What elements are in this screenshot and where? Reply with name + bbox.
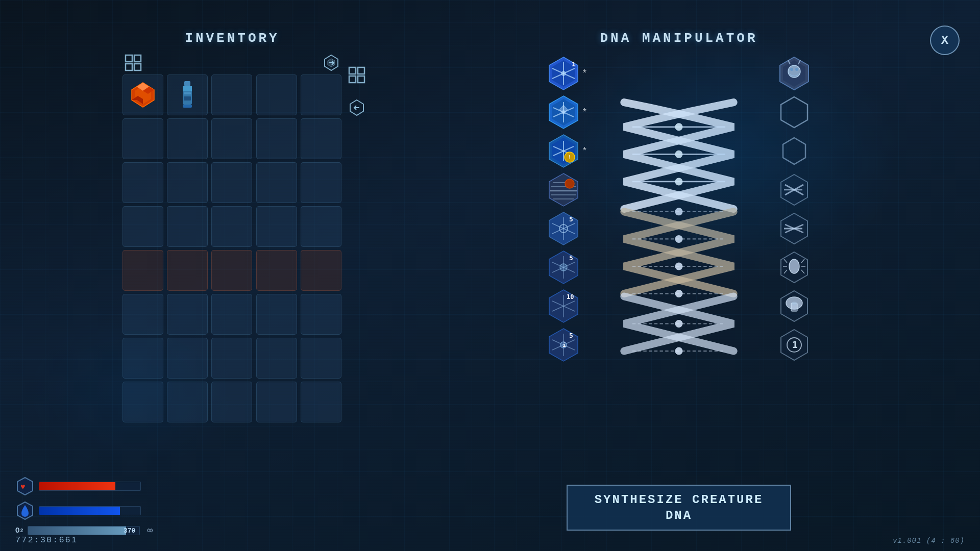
inv-right-toolbar: [348, 66, 365, 116]
inv-slot-27[interactable]: [211, 294, 252, 335]
svg-point-75: [675, 178, 683, 185]
svg-marker-96: [783, 138, 805, 164]
water-icon: [15, 501, 35, 520]
svg-rect-13: [183, 86, 192, 91]
inv-slot-6[interactable]: [167, 118, 208, 159]
inv-slot-4[interactable]: [301, 74, 341, 115]
dna-right-slot-2[interactable]: [755, 93, 812, 132]
inv-slot-24[interactable]: [301, 250, 341, 291]
svg-rect-3: [134, 64, 141, 70]
inv-slot-14[interactable]: [301, 162, 341, 203]
asterisk-1: *: [582, 68, 587, 79]
svg-rect-120: [349, 67, 356, 74]
svg-point-77: [675, 208, 683, 215]
inv-slot-37[interactable]: [211, 382, 252, 422]
svg-text:1: 1: [792, 339, 798, 350]
svg-rect-1: [134, 55, 141, 62]
svg-point-22: [561, 71, 566, 76]
o2-label: O2: [15, 527, 23, 535]
inv-slot-22[interactable]: [211, 250, 252, 291]
inv-slot-9[interactable]: [301, 118, 341, 159]
svg-text:♥: ♥: [20, 483, 26, 492]
dna-right-slot-6[interactable]: [755, 248, 812, 287]
dna-left-slot-7[interactable]: 10: [546, 287, 602, 325]
inv-slot-34[interactable]: [301, 338, 341, 379]
inv-slot-17[interactable]: [211, 206, 252, 247]
inv-slot-8[interactable]: [256, 118, 297, 159]
svg-point-71: [675, 123, 683, 131]
inv-slot-5[interactable]: [122, 118, 163, 159]
dna-right-slot-3[interactable]: [755, 132, 812, 170]
inv-slot-28[interactable]: [256, 294, 297, 335]
synthesize-button[interactable]: Synthesize CreatureDNA: [567, 485, 791, 531]
inv-slot-26[interactable]: [167, 294, 208, 335]
inventory-panel: Inventory: [122, 31, 342, 422]
dna-left-slot-3[interactable]: ! *: [546, 132, 602, 170]
water-bar-fill: [39, 507, 120, 515]
inv-slot-2[interactable]: [211, 74, 252, 115]
inv-slot-3[interactable]: [256, 74, 297, 115]
svg-rect-123: [358, 76, 364, 83]
inv-slot-21[interactable]: [167, 250, 208, 291]
svg-text:5: 5: [569, 332, 573, 339]
dna-left-slot-6[interactable]: 5: [546, 248, 602, 287]
ore-icon: [130, 82, 156, 108]
grid-icon[interactable]: [125, 54, 142, 71]
inv-slot-12[interactable]: [211, 162, 252, 203]
svg-text:5: 5: [569, 215, 573, 223]
health-bar-row: ♥: [15, 477, 153, 496]
inv-slot-0[interactable]: [122, 74, 163, 115]
svg-rect-16: [184, 96, 191, 101]
inv-back-icon[interactable]: [348, 99, 365, 116]
inv-slot-30[interactable]: [122, 338, 163, 379]
inv-slot-38[interactable]: [256, 382, 297, 422]
svg-point-81: [675, 263, 683, 270]
dna-left-slot-2[interactable]: *: [546, 93, 602, 132]
inv-slot-32[interactable]: [211, 338, 252, 379]
dna-strands-container: 1 * *: [546, 54, 812, 479]
svg-rect-122: [349, 76, 356, 83]
inv-slot-39[interactable]: [301, 382, 341, 422]
svg-point-92: [795, 68, 798, 71]
dna-right-slot-5[interactable]: [755, 209, 812, 248]
inv-grid-icon-right[interactable]: [348, 66, 365, 84]
inv-slot-13[interactable]: [256, 162, 297, 203]
dna-left-slot-4[interactable]: [546, 170, 602, 209]
svg-marker-38: [549, 173, 578, 206]
inv-slot-15[interactable]: [122, 206, 163, 247]
inv-slot-31[interactable]: [167, 338, 208, 379]
inv-slot-19[interactable]: [301, 206, 341, 247]
dna-left-slot-5[interactable]: 5: [546, 209, 602, 248]
close-button[interactable]: X: [930, 26, 960, 55]
health-bar-fill: [39, 482, 115, 490]
o2-bar-row: O2 370 ∞: [15, 525, 153, 536]
inv-slot-18[interactable]: [256, 206, 297, 247]
inv-slot-36[interactable]: [167, 382, 208, 422]
export-icon[interactable]: [323, 54, 340, 71]
dna-right-slot-7[interactable]: [755, 287, 812, 325]
dna-left-slot-1[interactable]: 1 *: [546, 54, 602, 93]
inv-slot-10[interactable]: [122, 162, 163, 203]
svg-point-55: [560, 264, 567, 271]
dna-right-slot-8[interactable]: 1: [755, 325, 812, 364]
dna-left-slot-8[interactable]: i 5: [546, 325, 602, 364]
svg-text:1: 1: [572, 60, 576, 68]
dna-right-slot-1[interactable]: [755, 54, 812, 93]
left-strand-col: 1 * *: [546, 54, 602, 479]
inv-slot-16[interactable]: [167, 206, 208, 247]
inventory-grid: [122, 74, 342, 422]
inv-slot-29[interactable]: [301, 294, 341, 335]
o2-infinity: ∞: [147, 525, 153, 536]
right-strand-col: 1: [755, 54, 812, 479]
inv-slot-7[interactable]: [211, 118, 252, 159]
inv-slot-25[interactable]: [122, 294, 163, 335]
synthesize-label: Synthesize CreatureDNA: [595, 492, 764, 523]
inv-slot-20[interactable]: [122, 250, 163, 291]
inv-slot-1[interactable]: [167, 74, 208, 115]
inv-slot-23[interactable]: [256, 250, 297, 291]
canister-icon: [180, 81, 194, 109]
inv-slot-33[interactable]: [256, 338, 297, 379]
dna-right-slot-4[interactable]: [755, 170, 812, 209]
inv-slot-11[interactable]: [167, 162, 208, 203]
inv-slot-35[interactable]: [122, 382, 163, 422]
